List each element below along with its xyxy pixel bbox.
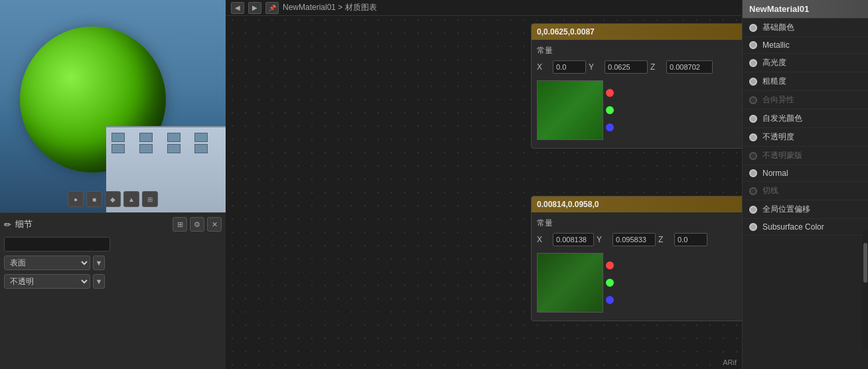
viewport-icon-cylinder[interactable]: ▲ xyxy=(123,191,139,207)
prop-connector-specular xyxy=(749,59,757,67)
settings-icon-btn[interactable]: ⚙ xyxy=(190,217,204,232)
constant-row-bottom: 常量 xyxy=(537,218,742,229)
window xyxy=(139,133,153,142)
prop-label-emissive: 自发光颜色 xyxy=(762,113,802,124)
connector-bottom-green[interactable] xyxy=(606,279,614,287)
x-label-bottom: X xyxy=(537,235,550,244)
prop-opacity-mask[interactable]: 不透明蒙版 xyxy=(743,147,868,165)
z-label-bottom: Z xyxy=(658,235,672,244)
prop-connector-tangent xyxy=(749,187,757,195)
z-input-bottom[interactable] xyxy=(674,233,707,246)
prop-world-offset[interactable]: 全局位置偏移 xyxy=(743,200,868,219)
viewport-icon-sphere[interactable]: ● xyxy=(68,191,84,207)
scroll-thumb xyxy=(863,243,867,283)
prop-anisotropy[interactable]: 合向异性 xyxy=(743,91,868,110)
y-label-bottom: Y xyxy=(597,235,610,244)
opacity-dropdown[interactable]: 不透明 xyxy=(4,274,90,289)
connector-bottom-blue[interactable] xyxy=(606,296,614,304)
prop-connector-metallic xyxy=(749,41,757,49)
chevron-down-icon[interactable]: ▼ xyxy=(93,256,105,270)
xyz-row-top: X Y Z xyxy=(537,60,742,74)
scrollbar[interactable] xyxy=(863,230,868,349)
prop-label-normal: Normal xyxy=(762,169,788,178)
connector-top-green[interactable] xyxy=(606,106,614,114)
window xyxy=(111,133,125,142)
prop-label-anisotropy: 合向异性 xyxy=(762,94,794,106)
prop-connector-anisotropy xyxy=(749,96,757,104)
detail-label: 细节 xyxy=(15,218,33,230)
prop-connector-roughness xyxy=(749,78,757,86)
y-label-top: Y xyxy=(589,62,602,72)
breadcrumb-text: NewMaterial01 > 材质图表 xyxy=(283,2,377,13)
prop-normal[interactable]: Normal xyxy=(743,165,868,182)
close-icon-btn[interactable]: ✕ xyxy=(207,217,222,232)
xyz-row-bottom: X Y Z xyxy=(537,233,742,246)
x-input-top[interactable] xyxy=(553,60,586,74)
pencil-icon: ✏ xyxy=(4,220,11,230)
connector-top-blue[interactable] xyxy=(606,123,614,131)
prop-tangent[interactable]: 切线 xyxy=(743,182,868,200)
y-input-bottom[interactable] xyxy=(613,233,656,246)
surface-row: 表面 ▼ xyxy=(4,256,222,270)
prop-opacity[interactable]: 不透明度 xyxy=(743,128,868,147)
node-header-bottom: 0.00814,0.0958,0 ▲ xyxy=(532,196,742,212)
prop-base-color[interactable]: 基础颜色 xyxy=(743,19,868,37)
node-card-top: 0,0.0625,0.0087 ▲ 常量 X Y Z xyxy=(531,23,742,149)
prop-connector-normal xyxy=(749,169,757,177)
building-windows xyxy=(106,127,226,159)
prop-label-world-offset: 全局位置偏移 xyxy=(762,204,810,215)
x-input-bottom[interactable] xyxy=(553,233,594,246)
node-title-top: 0,0.0625,0.0087 xyxy=(537,27,595,37)
detail-title: ✏ 细节 xyxy=(4,218,33,230)
viewport-icon-cube[interactable]: ◆ xyxy=(105,191,121,207)
z-label-top: Z xyxy=(650,62,664,72)
node-body-bottom: 常量 X Y Z xyxy=(532,212,742,321)
node-editor: ◀ ▶ 📌 NewMaterial01 > 材质图表 0,0.0625,0.00… xyxy=(226,0,742,369)
prop-label-roughness: 粗糙度 xyxy=(762,76,786,87)
material-title: NewMaterial01 xyxy=(743,0,868,19)
grid-icon-btn[interactable]: ⊞ xyxy=(173,217,187,232)
connector-bottom-red[interactable] xyxy=(606,261,614,269)
connector-top-red[interactable] xyxy=(606,89,614,97)
prop-emissive[interactable]: 自发光颜色 xyxy=(743,110,868,128)
prop-connector-opacity-mask xyxy=(749,152,757,160)
viewport-icon-settings[interactable]: ⊞ xyxy=(142,191,158,207)
window xyxy=(167,133,181,142)
prop-label-tangent: 切线 xyxy=(762,185,778,196)
back-button[interactable]: ◀ xyxy=(231,2,244,14)
prop-roughness[interactable]: 粗糙度 xyxy=(743,72,868,91)
constant-label-bottom: 常量 xyxy=(537,218,553,229)
surface-dropdown[interactable]: 表面 xyxy=(4,256,90,270)
watermark-text: ARif xyxy=(723,358,737,366)
y-input-top[interactable] xyxy=(605,60,648,74)
detail-search-input[interactable] xyxy=(4,237,110,252)
x-label-top: X xyxy=(537,62,550,72)
pin-icon[interactable]: 📌 xyxy=(265,2,279,14)
detail-header: ✏ 细节 ⊞ ⚙ ✕ xyxy=(4,217,222,232)
prop-metallic[interactable]: Metallic xyxy=(743,37,868,54)
viewport: ● ■ ◆ ▲ ⊞ xyxy=(0,0,226,212)
prop-label-metallic: Metallic xyxy=(762,40,790,50)
viewport-toolbar: ● ■ ◆ ▲ ⊞ xyxy=(68,191,158,207)
node-header-top: 0,0.0625,0.0087 ▲ xyxy=(532,24,742,40)
forward-button[interactable]: ▶ xyxy=(248,2,261,14)
prop-connector-emissive xyxy=(749,115,757,123)
prop-subsurface[interactable]: Subsurface Color xyxy=(743,219,868,236)
viewport-icon-plane[interactable]: ■ xyxy=(86,191,102,207)
color-preview-bottom xyxy=(537,253,603,313)
window xyxy=(139,144,153,153)
left-panel: ● ■ ◆ ▲ ⊞ ✏ 细节 ⊞ ⚙ ✕ 表面 ▼ xyxy=(0,0,226,369)
chevron-down-icon-2[interactable]: ▼ xyxy=(93,274,105,289)
prop-specular[interactable]: 高光度 xyxy=(743,54,868,72)
prop-connector-world-offset xyxy=(749,206,757,214)
node-title-bottom: 0.00814,0.0958,0 xyxy=(537,200,599,209)
z-input-top[interactable] xyxy=(666,60,713,74)
window xyxy=(111,144,125,153)
watermark: ARif xyxy=(717,356,742,369)
constant-label-top: 常量 xyxy=(537,45,553,56)
prop-connector-opacity xyxy=(749,133,757,141)
prop-label-opacity-mask: 不透明蒙版 xyxy=(762,150,802,161)
window xyxy=(167,144,181,153)
prop-connector-subsurface xyxy=(749,223,757,231)
node-card-bottom: 0.00814,0.0958,0 ▲ 常量 X Y Z xyxy=(531,196,742,321)
